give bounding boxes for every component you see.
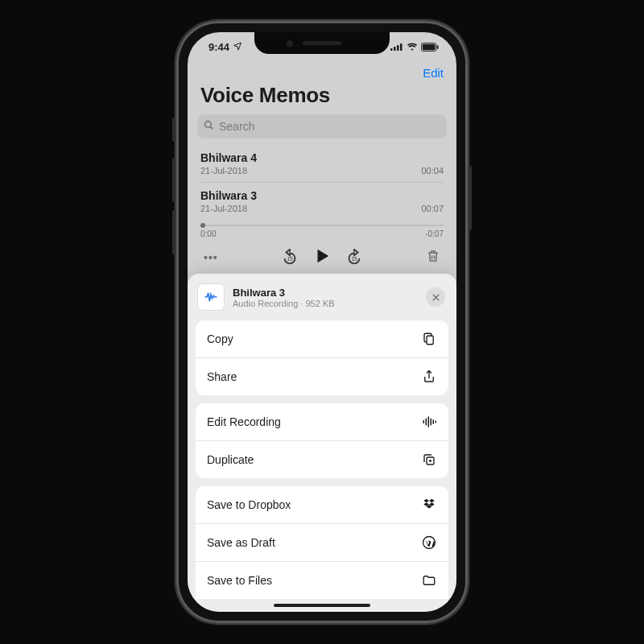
- action-label: Edit Recording: [207, 415, 281, 428]
- action-save-files[interactable]: Save to Files: [196, 561, 448, 599]
- memo-date: 21-Jul-2018: [200, 166, 247, 175]
- svg-rect-3: [400, 43, 402, 51]
- notch: [254, 32, 390, 54]
- sheet-subtitle: Audio Recording · 952 KB: [233, 299, 418, 308]
- sheet-thumbnail: [197, 283, 225, 311]
- status-time: 9:44: [208, 41, 229, 53]
- playback-controls: ••• 15 15: [188, 238, 456, 274]
- search-input[interactable]: Search: [197, 114, 447, 138]
- memo-title: Bhilwara 3: [200, 189, 444, 202]
- memo-item[interactable]: Bhilwara 4 21-Jul-2018 00:04: [188, 145, 456, 182]
- action-duplicate[interactable]: Duplicate: [196, 440, 448, 478]
- wifi-icon: [407, 43, 418, 51]
- more-button[interactable]: •••: [204, 251, 218, 264]
- action-group: Copy Share: [196, 320, 448, 395]
- signal-icon: [390, 43, 403, 51]
- phone-frame: 9:44 Edit Voice Memos: [176, 21, 468, 623]
- action-label: Save to Files: [207, 574, 272, 587]
- svg-text:15: 15: [287, 256, 293, 262]
- folder-icon: [421, 572, 437, 588]
- action-group: Save to Dropbox Save as Draft Save to Fi…: [196, 486, 448, 599]
- sheet-title: Bhilwara 3: [233, 287, 418, 299]
- svg-rect-6: [437, 45, 439, 49]
- action-edit-recording[interactable]: Edit Recording: [196, 403, 448, 440]
- side-button: [469, 166, 472, 230]
- action-save-draft[interactable]: Save as Draft: [196, 523, 448, 561]
- action-label: Share: [207, 370, 237, 383]
- edit-button[interactable]: Edit: [423, 66, 444, 80]
- side-button: [172, 118, 175, 142]
- action-label: Save to Dropbox: [207, 498, 291, 511]
- copy-icon: [421, 331, 437, 347]
- skip-back-button[interactable]: 15: [281, 249, 299, 266]
- svg-point-7: [205, 122, 212, 128]
- time-current: 0:00: [200, 229, 216, 238]
- svg-rect-1: [394, 47, 396, 51]
- close-button[interactable]: [426, 287, 445, 307]
- side-button: [172, 210, 175, 254]
- svg-rect-0: [390, 48, 393, 51]
- home-indicator[interactable]: [274, 604, 370, 607]
- play-button[interactable]: [313, 246, 331, 269]
- memo-duration: 00:07: [421, 204, 444, 213]
- action-save-dropbox[interactable]: Save to Dropbox: [196, 486, 448, 523]
- svg-rect-10: [427, 336, 433, 345]
- time-remaining: -0:07: [425, 229, 444, 238]
- action-copy[interactable]: Copy: [196, 320, 448, 357]
- nav-bar: Edit: [188, 61, 456, 83]
- svg-text:15: 15: [351, 256, 357, 262]
- action-label: Duplicate: [207, 453, 254, 466]
- memo-duration: 00:04: [421, 166, 444, 175]
- memo-item[interactable]: Bhilwara 3 21-Jul-2018 00:07: [200, 182, 444, 220]
- battery-icon: [421, 43, 439, 52]
- wordpress-icon: [421, 535, 437, 551]
- dropbox-icon: [421, 497, 437, 513]
- search-icon: [204, 120, 214, 133]
- delete-button[interactable]: [426, 248, 440, 267]
- action-group: Edit Recording Duplicate: [196, 403, 448, 478]
- action-label: Copy: [207, 332, 233, 345]
- waveform-icon: [421, 414, 437, 430]
- share-sheet: Bhilwara 3 Audio Recording · 952 KB Copy…: [188, 274, 456, 612]
- page-title: Voice Memos: [188, 83, 456, 114]
- playback-scrubber[interactable]: 0:00 -0:07: [200, 225, 444, 238]
- svg-rect-2: [397, 45, 399, 51]
- duplicate-icon: [421, 452, 437, 468]
- skip-forward-button[interactable]: 15: [345, 249, 363, 266]
- svg-rect-5: [423, 43, 436, 49]
- app-content: Edit Voice Memos Search Bhilwara 4 21-Ju…: [188, 61, 456, 612]
- screen: 9:44 Edit Voice Memos: [188, 32, 456, 612]
- memo-title: Bhilwara 4: [200, 151, 444, 164]
- location-icon: [233, 41, 242, 53]
- memo-date: 21-Jul-2018: [200, 204, 247, 213]
- search-placeholder: Search: [219, 120, 254, 133]
- share-icon: [421, 369, 437, 385]
- action-label: Save as Draft: [207, 536, 275, 549]
- action-share[interactable]: Share: [196, 357, 448, 395]
- side-button: [172, 158, 175, 202]
